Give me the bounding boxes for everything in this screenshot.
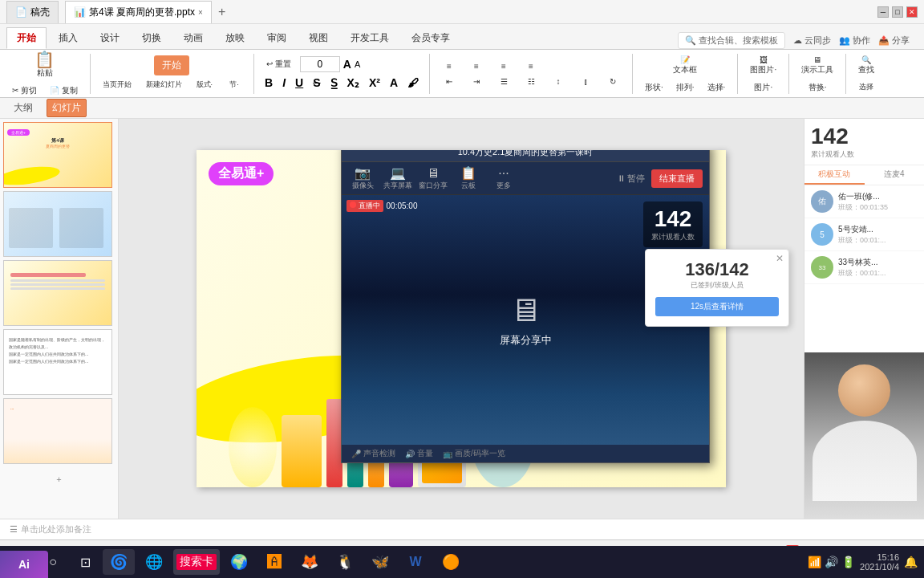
close-button[interactable]: ✕ <box>906 6 918 18</box>
strikethrough-btn[interactable]: S <box>309 74 324 92</box>
taskbar-app-edge-wheel[interactable]: 🌀 <box>103 549 135 575</box>
font-color-btn[interactable]: A <box>386 74 402 92</box>
battery-icon[interactable]: 🔋 <box>841 556 855 568</box>
line-spacing-btn[interactable]: ↕ <box>545 75 571 88</box>
slide-thumb-4[interactable]: 4 国家是随着私有制的出现、阶级的产生，文明的出现，政治机构的完善以及... 国… <box>3 329 112 395</box>
camera-tool[interactable]: 📷 摄像头 <box>348 165 377 191</box>
font-size-down-btn[interactable]: A <box>355 59 360 69</box>
bullet-btn[interactable]: ☰ <box>491 75 517 88</box>
tab-transitions[interactable]: 切换 <box>132 27 172 49</box>
taskbar-app-globe[interactable]: 🌍 <box>223 549 255 575</box>
taskbar-app-orange[interactable]: 🟠 <box>435 549 467 575</box>
share-btn[interactable]: 📤 分享 <box>878 35 910 47</box>
taskbar-app-word[interactable]: W <box>399 549 432 575</box>
italic-btn[interactable]: I <box>278 74 290 92</box>
slide-thumb-5[interactable]: 5 ... <box>3 398 112 464</box>
sync-btn[interactable]: ☁ 云同步 <box>793 35 831 47</box>
slide-view-btn[interactable]: 幻灯片 <box>47 99 87 117</box>
paste-btn[interactable]: 📋 粘贴 <box>29 49 60 81</box>
taskbar-app-browser[interactable]: 🌐 <box>138 549 170 575</box>
tab-interact[interactable]: 积极互动 <box>804 165 865 185</box>
new-tab-button[interactable]: + <box>218 5 225 19</box>
arrange-btn[interactable]: 排列· <box>671 79 700 96</box>
format-paint-btn[interactable]: 🖌 <box>403 74 423 92</box>
minimize-button[interactable]: ─ <box>877 6 889 18</box>
tab-slideshow[interactable]: 放映 <box>215 27 255 49</box>
textbox-btn[interactable]: 📝 文本框 <box>667 53 703 78</box>
underline-btn[interactable]: U <box>291 74 307 92</box>
select-all-btn[interactable]: 选择 <box>853 79 879 95</box>
taskbar-app-linux[interactable]: 🐧 <box>329 549 361 575</box>
tab-developer[interactable]: 开发工具 <box>340 27 399 49</box>
taskbar-app-font[interactable]: 🅰 <box>258 549 290 575</box>
slide-thumb-3[interactable]: 3 <box>3 260 112 326</box>
superscript-btn[interactable]: X² <box>365 74 384 92</box>
maximize-button[interactable]: □ <box>892 6 903 18</box>
collab-btn[interactable]: 👥 协作 <box>839 35 870 47</box>
number-list-btn[interactable]: ☷ <box>518 75 544 88</box>
font-size-input[interactable] <box>300 56 340 72</box>
section-btn[interactable]: 节· <box>221 77 247 92</box>
network-icon[interactable]: 📶 <box>808 556 821 568</box>
text-direction-btn[interactable]: ↻ <box>600 75 626 88</box>
bold-btn[interactable]: B <box>261 74 277 92</box>
tab-view[interactable]: 视图 <box>298 27 338 49</box>
slide-thumb-2[interactable]: 2 <box>3 191 112 257</box>
clock[interactable]: 15:16 2021/10/4 <box>860 552 899 572</box>
current-slide-btn[interactable]: 当页开始 <box>97 77 137 92</box>
more-tool[interactable]: ··· 更多 <box>489 166 518 191</box>
tab-connect[interactable]: 连麦4 <box>865 165 925 185</box>
tab-close-btn[interactable]: × <box>198 8 203 17</box>
columns-btn[interactable]: ⫿ <box>573 75 598 88</box>
volume-tray-icon[interactable]: 🔊 <box>825 556 838 568</box>
replace-btn[interactable]: 替换· <box>803 79 833 96</box>
volume-item[interactable]: 🔊 音量 <box>405 448 433 459</box>
tab-draft[interactable]: 📄 稿壳 <box>6 1 59 23</box>
indent-decrease-btn[interactable]: ⇤ <box>436 75 462 88</box>
reset-btn[interactable]: ↩ 重置 <box>261 56 297 72</box>
window-share-tool[interactable]: 🖥 窗口分享 <box>419 166 448 191</box>
presenter-tool-btn[interactable]: 🖥 演示工具 <box>796 53 839 78</box>
new-slide-btn[interactable]: 新建幻灯片 <box>140 77 188 92</box>
picture-btn[interactable]: 🖼 图图片· <box>744 53 782 78</box>
mic-check-item[interactable]: 🎤 声音检测 <box>351 448 395 459</box>
whiteboard-tool[interactable]: 📋 云板 <box>454 165 483 191</box>
search-box[interactable]: 🔍 查找合辑、搜索模板 <box>678 32 785 49</box>
screen-share-tool[interactable]: 💻 共享屏幕 <box>383 165 412 191</box>
add-slide-btn[interactable]: + <box>3 467 115 491</box>
copy-btn[interactable]: 📄 复制 <box>44 83 83 99</box>
attendance-detail-btn[interactable]: 12s后查看详情 <box>655 297 779 316</box>
taskbar-app-butterfly[interactable]: 🦋 <box>364 549 396 575</box>
start-presentation-btn[interactable]: 开始 <box>154 55 189 75</box>
quality-item[interactable]: 📺 画质/码率一览 <box>443 448 505 459</box>
taskbar-app-firefox[interactable]: 🦊 <box>294 549 326 575</box>
tab-insert[interactable]: 插入 <box>48 27 88 49</box>
end-live-btn[interactable]: 结束直播 <box>651 169 703 188</box>
notification-icon[interactable]: 🔔 <box>904 556 918 568</box>
shape-btn[interactable]: 形状· <box>639 79 669 96</box>
pause-btn[interactable]: ⏸ 暂停 <box>617 173 645 185</box>
attendance-close-btn[interactable]: ✕ <box>776 253 784 264</box>
shadow-btn[interactable]: S̲ <box>326 74 342 92</box>
tab-active-file[interactable]: 📊 第4课 夏商周的更替.pptx × <box>65 1 212 23</box>
tab-animations[interactable]: 动画 <box>173 27 213 49</box>
subscript-btn[interactable]: X₂ <box>343 74 363 92</box>
taskbar-app-search[interactable]: 搜索卡 <box>173 549 220 575</box>
notes-placeholder[interactable]: 单击此处添加备注 <box>21 523 91 535</box>
outline-view-btn[interactable]: 大纲 <box>8 99 38 117</box>
slide-thumb-1[interactable]: 1 全易通+ 第4课 夏商周的更替 <box>3 122 112 188</box>
tab-review[interactable]: 审阅 <box>257 27 297 49</box>
cut-btn[interactable]: ✂ 剪切 <box>6 83 43 99</box>
select-btn[interactable]: 选择· <box>702 79 732 96</box>
tab-design[interactable]: 设计 <box>90 27 130 49</box>
align-right-btn[interactable]: ≡ <box>491 59 517 73</box>
indent-increase-btn[interactable]: ⇥ <box>464 75 489 88</box>
tab-home[interactable]: 开始 <box>6 27 47 49</box>
ai-button[interactable]: Ai <box>0 551 48 578</box>
align-left-btn[interactable]: ≡ <box>436 59 462 73</box>
align-center-btn[interactable]: ≡ <box>464 59 489 73</box>
format-btn[interactable]: 版式· <box>191 77 219 92</box>
taskview-btn[interactable]: ⊡ <box>71 549 99 575</box>
font-size-up-btn[interactable]: A <box>343 58 351 71</box>
image-format-btn[interactable]: 图片· <box>748 79 778 96</box>
